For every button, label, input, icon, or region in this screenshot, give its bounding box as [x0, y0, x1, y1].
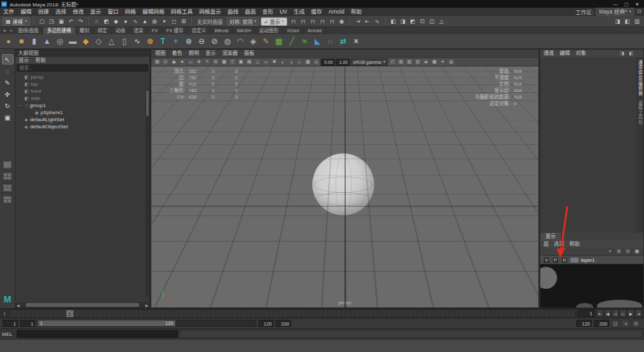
shelf-tab-options-icon[interactable]: ≡ — [8, 27, 14, 34]
menu-item[interactable]: 显示 — [87, 8, 104, 15]
shelf-tool-icon[interactable]: T — [157, 35, 169, 47]
viewport-toolbar-icon[interactable]: ★ — [178, 59, 186, 66]
window-control-button[interactable]: — — [610, 1, 621, 8]
shelf-tool-icon[interactable]: ◇ — [93, 35, 104, 47]
viewport-menu-item[interactable]: 照明 — [189, 50, 199, 57]
layer-toolbar-icon[interactable]: ⊟ — [624, 248, 632, 255]
current-frame-field[interactable]: 1 — [578, 309, 594, 317]
channel-corner-icon[interactable]: ◨ — [618, 50, 626, 57]
render-icon[interactable]: ◨ — [399, 17, 408, 26]
snap-icon[interactable]: ⊓ — [328, 17, 337, 26]
shelf-tab[interactable]: FX — [148, 27, 163, 34]
shelf-tab[interactable]: MASH — [233, 27, 256, 34]
shelf-tool-icon[interactable]: ▬ — [67, 35, 79, 47]
viewport-toolbar-icon[interactable]: ✦ — [439, 59, 446, 66]
menu-item[interactable]: 网格 — [122, 8, 139, 15]
scroll-right-icon[interactable]: ▶ — [144, 303, 149, 308]
playback-button[interactable]: ⇥ — [635, 309, 642, 317]
layer-playback-toggle[interactable]: P — [552, 257, 559, 264]
viewport-menu-item[interactable]: 视图 — [155, 50, 166, 57]
viewport-toolbar-icon[interactable]: ◻ — [254, 59, 261, 66]
menu-item[interactable]: 创建 — [35, 8, 52, 15]
menu-item[interactable]: 网格显示 — [196, 8, 224, 15]
time-slider-track[interactable]: 1 — [9, 309, 576, 318]
layer-name[interactable]: layer1 — [581, 257, 595, 263]
shelf-tab[interactable]: 自定义 — [188, 27, 211, 34]
shelf-tool-icon[interactable]: ⇄ — [337, 35, 349, 47]
layer-toolbar-icon[interactable]: ⊞ — [615, 248, 623, 255]
playback-start-field[interactable]: 1 — [20, 320, 35, 327]
viewport-menu-item[interactable]: 渲染器 — [222, 50, 238, 57]
viewport-toolbar-icon[interactable]: ▨ — [397, 59, 404, 66]
snap-icon[interactable]: ◉ — [337, 17, 346, 26]
history-icon[interactable]: ⇥ — [354, 17, 363, 26]
current-frame-marker[interactable]: 1 — [66, 310, 73, 317]
shelf-tool-icon[interactable]: ◈ — [247, 35, 259, 47]
outliner-item-persp[interactable]: ◧ persp — [15, 73, 149, 81]
playback-button[interactable]: ◀ — [604, 309, 611, 317]
shelf-tab[interactable]: Arnold — [303, 27, 326, 34]
display-dropdown[interactable]: ✓ 显示 ▾ — [261, 17, 287, 26]
range-slider-track[interactable]: 1 120 — [37, 320, 256, 327]
shelf-tab[interactable]: 多边形建模 — [43, 27, 76, 34]
render-icon[interactable]: △ — [437, 17, 446, 26]
shelf-tool-icon[interactable]: ▦ — [273, 35, 285, 47]
shelf-tab[interactable]: 绑定 — [94, 27, 112, 34]
playback-end-field-right[interactable]: 120 — [576, 320, 592, 327]
viewport-toolbar-icon[interactable]: ◎ — [312, 59, 320, 66]
layout-four-pane-button[interactable] — [2, 171, 13, 181]
selection-mask-icon[interactable]: ⊞ — [179, 17, 188, 26]
outliner-vertical-scrollbar[interactable] — [146, 89, 149, 297]
selection-mask-icon[interactable]: ▲ — [140, 17, 149, 26]
shelf-tool-icon[interactable]: ■ — [15, 35, 27, 47]
shelf-tab[interactable]: 运动图形 — [255, 27, 283, 34]
psphere-object[interactable] — [312, 153, 374, 215]
character-set-icon[interactable]: ◻ — [611, 320, 620, 328]
workspace-pin-icon[interactable]: ⊡ — [637, 8, 641, 14]
auto-keyframe-icon[interactable]: ● — [621, 320, 630, 328]
outliner-search-input[interactable] — [17, 64, 148, 72]
layer-toolbar-icon[interactable]: ≡ — [606, 248, 614, 255]
shelf-tool-icon[interactable]: ▯ — [118, 35, 130, 47]
shelf-tool-icon[interactable]: ∩ — [325, 35, 336, 47]
layout-persp-graph-button[interactable] — [2, 195, 13, 204]
shelf-tool-icon[interactable]: ≈ — [299, 35, 310, 47]
expander-icon[interactable]: − — [18, 103, 23, 108]
menu-item[interactable]: UV — [276, 8, 290, 15]
tool-icon[interactable]: ◌ — [2, 66, 14, 76]
menu-item[interactable]: 修改 — [70, 8, 87, 15]
shelf-menu-icon[interactable]: ▾ — [1, 27, 8, 34]
viewport-toolbar-icon[interactable]: ▩ — [304, 59, 312, 66]
viewport-toolbar-icon[interactable]: ✸ — [270, 59, 278, 66]
viewport-toolbar-icon[interactable]: ◉ — [170, 59, 178, 66]
menu-item[interactable]: Arnold — [325, 8, 348, 15]
selection-mask-icon[interactable]: ● — [121, 17, 130, 26]
playback-button[interactable]: ▷ — [620, 309, 627, 317]
layout-single-pane-button[interactable] — [2, 160, 13, 170]
layer-editor-menu-item[interactable]: 帮助 — [569, 240, 580, 248]
viewport-toolbar-icon[interactable]: ⊞ — [212, 59, 220, 66]
channel-menu-item[interactable]: 编辑 — [560, 50, 570, 57]
shelf-tool-icon[interactable]: ∿ — [131, 35, 143, 47]
workspace-selector[interactable]: Maya 经典* ▾ — [596, 8, 634, 15]
status-icon[interactable]: ↶ — [66, 17, 75, 26]
outliner-menu-item[interactable]: 帮助 — [35, 57, 46, 64]
menu-item[interactable]: 选择 — [52, 8, 70, 15]
shelf-tool-icon[interactable]: ⊕ — [183, 35, 194, 47]
viewport-toolbar-icon[interactable]: ✎ — [204, 59, 211, 66]
render-icon[interactable]: ◧ — [389, 17, 398, 26]
shelf-tool-icon[interactable]: ✎ — [260, 35, 272, 47]
status-icon[interactable]: ▢ — [37, 17, 46, 26]
menu-item[interactable]: 编辑 — [17, 8, 35, 15]
viewport-toolbar-icon[interactable]: ▦ — [430, 59, 438, 66]
selection-mask-icon[interactable]: ✦ — [160, 17, 169, 26]
command-language-toggle[interactable]: MEL — [2, 331, 15, 337]
symmetry-selector[interactable]: 对称: 禁用 ▾ — [227, 17, 259, 26]
viewport-menu-item[interactable]: 着色 — [172, 50, 182, 57]
shelf-tab[interactable]: 动画 — [112, 27, 130, 34]
live-surface-label[interactable]: 无实时曲面 — [195, 18, 225, 25]
shelf-tool-icon[interactable]: ⊖ — [196, 35, 207, 47]
outliner-item-defaultobjectset[interactable]: ◈ defaultObjectSet — [15, 123, 149, 130]
selection-mask-icon[interactable]: ◍ — [150, 17, 159, 26]
animation-start-field[interactable]: 1 — [3, 320, 18, 327]
